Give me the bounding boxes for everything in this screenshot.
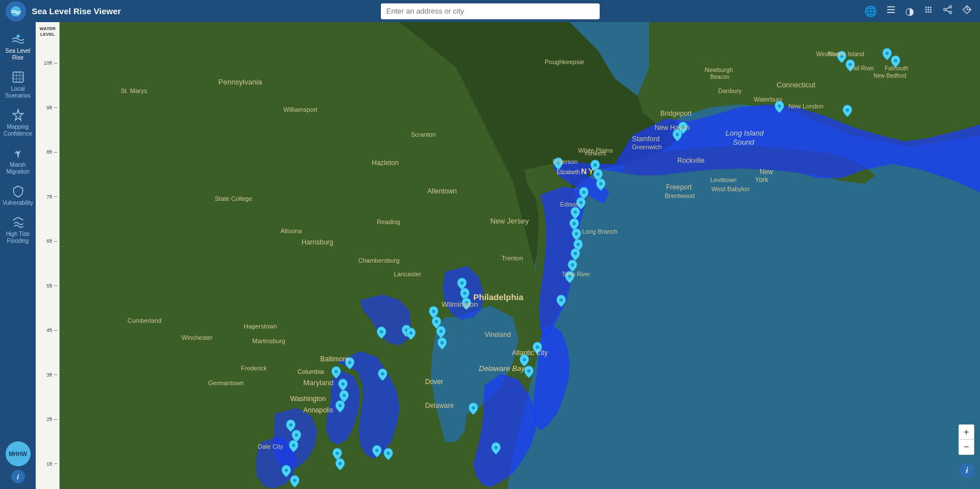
svg-point-53 [380,330,383,334]
svg-text:Rockville: Rockville [677,157,705,165]
svg-point-70 [285,469,288,472]
svg-text:Columbia: Columbia [298,368,324,375]
svg-text:Winchester: Winchester [181,334,213,341]
scale-mark: 7ft [36,194,60,200]
scale-mark: 10ft [36,60,60,66]
svg-text:Baltimore: Baltimore [320,355,349,363]
svg-point-65 [338,462,342,465]
sidebar-item-sea-level-rise[interactable]: Sea Level Rise [0,28,36,66]
svg-text:Waterbury: Waterbury [754,96,783,103]
svg-text:Frederick: Frederick [241,365,267,372]
help-button[interactable]: i [960,463,974,478]
svg-text:Trenton: Trenton [502,255,523,262]
svg-point-41 [559,298,563,302]
svg-text:Annapolis: Annapolis [303,406,333,414]
sidebar-item-marsh-migration[interactable]: Marsh Migration [0,142,36,180]
svg-text:State College: State College [215,195,252,202]
svg-text:St. Marys: St. Marys [121,87,147,94]
svg-text:Toms River: Toms River [562,271,591,277]
scale-mark: 1ft [36,461,60,467]
svg-point-46 [463,292,466,295]
svg-text:Brentwood: Brentwood [665,192,695,199]
scale-mark: 8ft [36,149,60,155]
svg-point-34 [574,210,577,214]
sidebar-item-local-scenarios[interactable]: Local Scenarios [0,66,36,104]
svg-text:New Jersey: New Jersey [490,217,529,225]
svg-point-13 [944,9,946,11]
zoom-out-button[interactable]: − [959,440,974,454]
svg-text:Altoona: Altoona [281,227,302,234]
svg-text:New Haven: New Haven [655,124,690,132]
share-icon[interactable] [940,2,955,20]
svg-point-7 [927,9,929,11]
svg-point-3 [925,7,927,9]
svg-text:Newburgh: Newburgh [705,66,733,73]
search-input[interactable] [381,3,600,19]
svg-point-12 [949,6,952,8]
svg-text:Cumberland: Cumberland [128,317,162,324]
svg-point-48 [432,310,435,313]
zoom-in-button[interactable]: + [959,425,974,440]
zoom-controls: + − [958,424,974,455]
menu-icon[interactable] [921,2,936,20]
svg-point-24 [846,108,849,112]
contrast-icon[interactable]: ◑ [903,3,917,20]
scale-mark: 9ft [36,105,60,111]
info-badge[interactable]: i [11,470,25,483]
svg-point-29 [593,163,597,167]
globe-icon[interactable]: 🌐 [862,3,879,20]
svg-text:Martinsburg: Martinsburg [252,338,285,344]
svg-point-38 [574,252,577,255]
svg-point-67 [387,452,390,455]
svg-point-9 [925,11,927,13]
svg-point-45 [460,281,464,285]
svg-text:Delaware: Delaware [425,402,454,410]
svg-text:New: New [760,168,773,176]
svg-text:Bridgeport: Bridgeport [660,109,692,117]
svg-text:Germantown: Germantown [208,380,244,386]
svg-text:Williamsport: Williamsport [283,106,317,113]
svg-text:Maryland: Maryland [303,378,333,387]
svg-point-11 [930,11,931,13]
sidebar-item-mapping-confidence[interactable]: Mapping Confidence [0,104,36,142]
sidebar-label-high-tide-flooding: High Tide Flooding [2,231,33,244]
svg-text:Greenwich: Greenwich [632,144,662,150]
svg-text:Windham: Windham [816,51,840,57]
svg-text:Washington: Washington [290,395,326,403]
layers-icon[interactable] [884,2,898,20]
svg-point-37 [576,243,580,246]
search-container [381,3,600,19]
svg-text:Harrisburg: Harrisburg [302,238,333,246]
water-level-scale: WATER LEVEL 10ft9ft8ft7ft6ft5ft4ft3ft2ft… [36,22,60,489]
svg-point-35 [572,222,576,225]
svg-point-59 [342,394,346,397]
map-container[interactable]: Pennsylvania Maryland Annapolis Washingt… [60,22,980,489]
scale-mark: 4ft [36,327,60,333]
svg-point-23 [894,59,897,62]
svg-text:New London: New London [788,103,824,109]
svg-text:Atlantic City: Atlantic City [512,349,548,357]
svg-text:Stamford: Stamford [632,135,660,143]
mhhw-badge[interactable]: MHHW [6,441,31,466]
svg-text:N: N [581,167,587,176]
svg-text:Scranton: Scranton [411,131,436,138]
svg-rect-18 [13,72,23,82]
app-header: Sea Level Rise Viewer 🌐 ◑ [0,0,980,22]
svg-point-33 [579,201,583,204]
sidebar-item-vulnerability[interactable]: Vulnerability [0,180,36,211]
svg-point-64 [336,452,339,455]
svg-point-10 [927,11,929,13]
svg-text:Chambersburg: Chambersburg [358,257,400,264]
location-icon[interactable] [960,2,974,20]
svg-point-17 [16,35,20,38]
sidebar-item-high-tide-flooding[interactable]: High Tide Flooding [0,211,36,249]
svg-text:Long Branch: Long Branch [582,228,617,235]
svg-text:Elizabeth: Elizabeth [557,169,580,175]
svg-text:Wilmington: Wilmington [442,300,478,309]
svg-text:Dale City: Dale City [258,443,283,450]
svg-point-30 [596,172,600,176]
svg-point-36 [575,232,578,235]
svg-text:Levittown: Levittown [710,176,736,183]
svg-point-5 [930,7,931,9]
svg-point-8 [930,9,931,11]
